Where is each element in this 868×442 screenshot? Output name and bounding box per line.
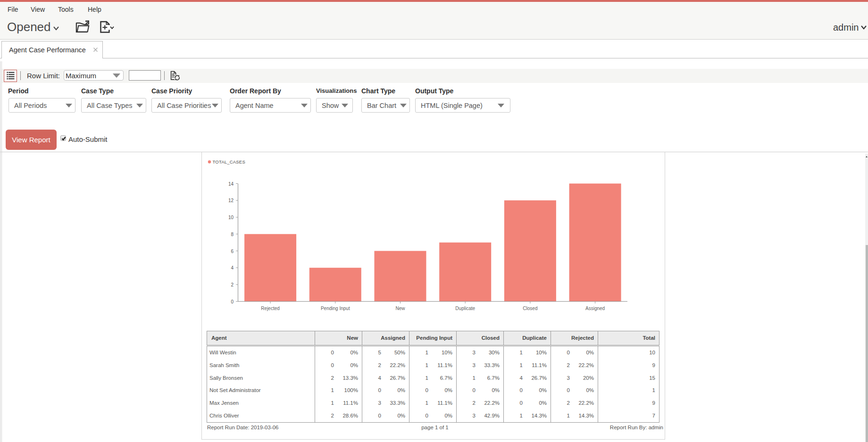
svg-text:Assigned: Assigned — [585, 306, 605, 311]
svg-text:4: 4 — [231, 265, 234, 270]
svg-text:12: 12 — [228, 198, 234, 203]
svg-text:10: 10 — [228, 215, 234, 220]
svg-text:Pending Input: Pending Input — [321, 306, 350, 311]
svg-text:14: 14 — [228, 181, 234, 187]
svg-text:Rejected: Rejected — [261, 306, 279, 311]
svg-text:Duplicate: Duplicate — [455, 306, 475, 311]
svg-text:8: 8 — [231, 232, 234, 237]
svg-text:2: 2 — [231, 282, 234, 287]
svg-text:Closed: Closed — [523, 306, 537, 311]
svg-text:6: 6 — [231, 249, 234, 254]
svg-text:TOTAL_CASES: TOTAL_CASES — [213, 159, 245, 164]
svg-text:New: New — [395, 306, 405, 311]
svg-text:0: 0 — [231, 299, 234, 304]
